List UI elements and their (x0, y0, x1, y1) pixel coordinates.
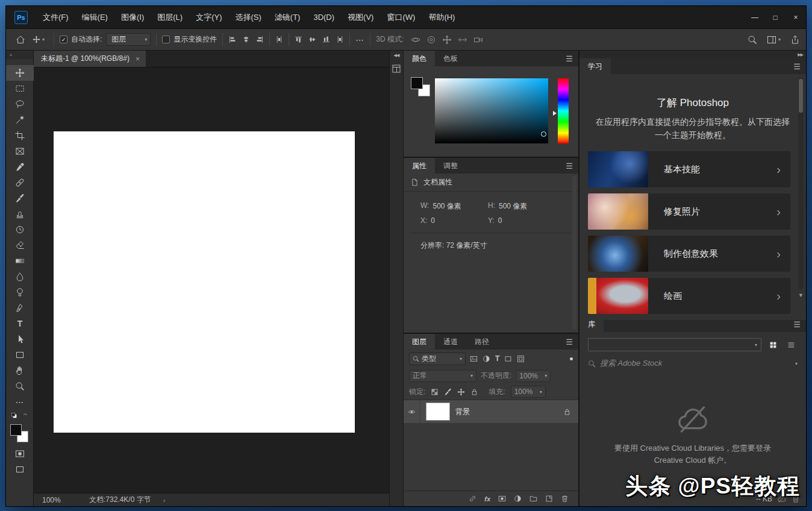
more-options-button[interactable]: ⋯ (355, 35, 364, 45)
tool-zoom[interactable] (6, 378, 34, 394)
default-colors-icon[interactable] (11, 412, 17, 419)
tab-layers[interactable]: 图层 (404, 334, 435, 350)
layer-effects-icon[interactable]: fx (484, 495, 490, 503)
tools-collapse[interactable]: » (6, 51, 33, 59)
properties-scrollbar[interactable] (572, 176, 576, 329)
tab-color[interactable]: 颜色 (404, 51, 435, 66)
close-button[interactable]: × (785, 6, 806, 28)
tool-history-brush[interactable] (6, 222, 34, 237)
hue-marker[interactable] (553, 111, 557, 116)
orbit-3d-icon[interactable] (411, 35, 420, 45)
list-view-button[interactable] (784, 338, 798, 351)
saturation-brightness-picker[interactable] (435, 78, 548, 143)
roll-3d-icon[interactable] (426, 35, 436, 45)
align-right-icon[interactable] (256, 36, 264, 43)
distribute-horizontal-icon[interactable] (275, 36, 283, 43)
picker-marker[interactable] (541, 131, 546, 137)
home-button[interactable] (12, 35, 29, 45)
tool-brush[interactable] (6, 190, 34, 206)
share-icon[interactable] (790, 35, 800, 45)
maximize-button[interactable]: □ (765, 6, 785, 28)
minimize-button[interactable]: — (745, 6, 765, 28)
tool-dodge[interactable] (6, 284, 34, 300)
document-tab[interactable]: 未标题-1 @ 100%(RGB/8#) × (34, 51, 146, 67)
filter-adjustment-layers-icon[interactable] (483, 355, 490, 363)
tab-close-icon[interactable]: × (136, 55, 140, 63)
adjustment-layer-icon[interactable] (514, 495, 522, 503)
tab-adjustments[interactable]: 调整 (435, 158, 466, 174)
tool-path-selection[interactable] (6, 331, 34, 347)
pan-3d-icon[interactable] (442, 35, 452, 45)
tool-eraser[interactable] (6, 237, 34, 253)
tool-move[interactable] (6, 65, 34, 81)
tool-gradient[interactable] (6, 253, 34, 269)
panel-menu-icon[interactable]: ☰ (560, 51, 578, 66)
panel-menu-icon[interactable]: ☰ (788, 58, 806, 74)
show-transform-checkbox[interactable] (162, 36, 170, 43)
scroll-down-arrow[interactable]: ▼ (798, 292, 804, 298)
filter-smart-objects-icon[interactable] (517, 355, 525, 363)
link-layers-icon[interactable] (469, 495, 476, 503)
menu-help[interactable]: 帮助(H) (422, 6, 461, 28)
align-left-icon[interactable] (228, 36, 236, 43)
learn-item-retouch-photos[interactable]: 修复照片 › (588, 193, 790, 230)
menu-filter[interactable]: 滤镜(T) (268, 6, 307, 28)
menu-type[interactable]: 文字(Y) (189, 6, 228, 28)
menu-3d[interactable]: 3D(D) (307, 6, 341, 28)
layer-visibility-toggle[interactable] (404, 400, 420, 423)
camera-3d-icon[interactable] (473, 35, 483, 45)
menu-edit[interactable]: 编辑(E) (75, 6, 114, 28)
library-select-dropdown[interactable]: ▾ (588, 338, 761, 351)
zoom-level-field[interactable]: 100% (34, 496, 71, 504)
distribute-top-icon[interactable] (295, 36, 302, 43)
auto-select-target-dropdown[interactable]: 图层 ▾ (106, 33, 151, 46)
filter-type-layers-icon[interactable]: T (495, 354, 499, 363)
fill-field[interactable]: 100% ▾ (511, 386, 546, 398)
filter-type-dropdown[interactable]: 类型 ▾ (409, 353, 466, 365)
scrollbar-thumb[interactable] (799, 79, 803, 113)
filter-pixel-layers-icon[interactable] (470, 355, 478, 363)
menu-view[interactable]: 视图(V) (341, 6, 380, 28)
tool-hand[interactable] (6, 363, 34, 378)
workspace-switcher[interactable]: ▾ (763, 35, 784, 45)
status-chevron-icon[interactable]: › (163, 497, 166, 504)
grid-view-button[interactable] (766, 338, 779, 351)
panel-menu-icon[interactable]: ☰ (560, 158, 578, 174)
blend-mode-dropdown[interactable]: 正常 ▾ (409, 370, 476, 382)
menu-layer[interactable]: 图层(L) (151, 6, 189, 28)
lock-all-icon[interactable] (470, 388, 478, 396)
canvas[interactable] (54, 131, 355, 433)
distribute-bottom-icon[interactable] (322, 36, 330, 43)
foreground-color-swatch[interactable] (411, 77, 423, 89)
panel-menu-icon[interactable]: ☰ (560, 334, 578, 350)
quick-mask-button[interactable] (6, 446, 34, 462)
layer-thumbnail[interactable] (426, 403, 450, 421)
tool-healing-brush[interactable] (6, 175, 34, 190)
menu-window[interactable]: 窗口(W) (380, 6, 422, 28)
learn-item-painting[interactable]: 绘画 › (588, 278, 790, 314)
add-mask-icon[interactable] (498, 495, 506, 503)
tool-quick-selection[interactable] (6, 112, 34, 128)
foreground-color-swatch[interactable] (10, 424, 22, 436)
delete-layer-icon[interactable] (561, 495, 569, 503)
learn-item-basic-skills[interactable]: 基本技能 › (588, 151, 790, 187)
tab-learn[interactable]: 学习 (579, 58, 611, 74)
learn-item-creative-effects[interactable]: 制作创意效果 › (588, 236, 790, 272)
tool-rectangle[interactable] (6, 347, 34, 363)
lock-pixels-icon[interactable] (444, 388, 452, 396)
layer-row-background[interactable]: 背景 (404, 400, 578, 423)
menu-image[interactable]: 图像(I) (114, 6, 151, 28)
collapse-right-column[interactable]: ▶▶ (579, 51, 806, 58)
collapsed-panel-icon[interactable] (392, 64, 401, 74)
tool-marquee[interactable] (6, 81, 34, 96)
align-center-icon[interactable] (242, 36, 250, 43)
learn-scrollbar[interactable] (798, 78, 804, 289)
slide-3d-icon[interactable] (458, 35, 467, 45)
lock-position-icon[interactable] (457, 388, 465, 396)
menu-select[interactable]: 选择(S) (228, 6, 267, 28)
tool-type[interactable]: T (6, 316, 34, 331)
tool-pen[interactable] (6, 300, 34, 316)
tool-blur[interactable] (6, 269, 34, 284)
foreground-background-colors[interactable] (6, 422, 34, 446)
tool-clone-stamp[interactable] (6, 206, 34, 222)
